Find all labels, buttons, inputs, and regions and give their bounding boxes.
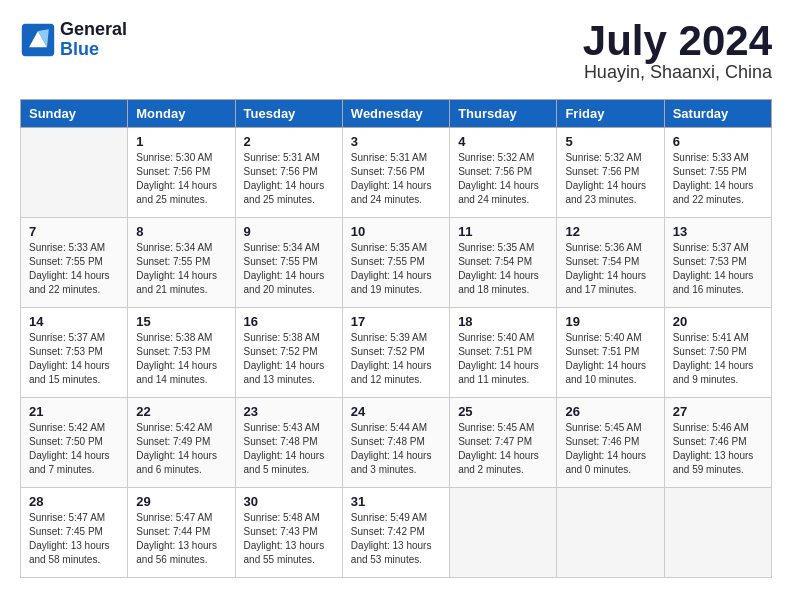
day-info: Sunrise: 5:44 AM Sunset: 7:48 PM Dayligh… [351,421,441,477]
day-number: 11 [458,224,548,239]
day-info: Sunrise: 5:31 AM Sunset: 7:56 PM Dayligh… [244,151,334,207]
table-row: 15Sunrise: 5:38 AM Sunset: 7:53 PM Dayli… [128,308,235,398]
day-number: 6 [673,134,763,149]
header-thursday: Thursday [450,100,557,128]
day-number: 30 [244,494,334,509]
day-info: Sunrise: 5:31 AM Sunset: 7:56 PM Dayligh… [351,151,441,207]
day-info: Sunrise: 5:38 AM Sunset: 7:53 PM Dayligh… [136,331,226,387]
table-row: 20Sunrise: 5:41 AM Sunset: 7:50 PM Dayli… [664,308,771,398]
table-row: 27Sunrise: 5:46 AM Sunset: 7:46 PM Dayli… [664,398,771,488]
day-info: Sunrise: 5:38 AM Sunset: 7:52 PM Dayligh… [244,331,334,387]
day-number: 18 [458,314,548,329]
day-number: 2 [244,134,334,149]
day-number: 7 [29,224,119,239]
day-info: Sunrise: 5:42 AM Sunset: 7:50 PM Dayligh… [29,421,119,477]
day-info: Sunrise: 5:33 AM Sunset: 7:55 PM Dayligh… [673,151,763,207]
day-number: 3 [351,134,441,149]
day-number: 29 [136,494,226,509]
day-number: 12 [565,224,655,239]
day-info: Sunrise: 5:42 AM Sunset: 7:49 PM Dayligh… [136,421,226,477]
calendar-week-row: 14Sunrise: 5:37 AM Sunset: 7:53 PM Dayli… [21,308,772,398]
day-number: 9 [244,224,334,239]
day-number: 27 [673,404,763,419]
day-info: Sunrise: 5:32 AM Sunset: 7:56 PM Dayligh… [458,151,548,207]
table-row: 16Sunrise: 5:38 AM Sunset: 7:52 PM Dayli… [235,308,342,398]
table-row: 6Sunrise: 5:33 AM Sunset: 7:55 PM Daylig… [664,128,771,218]
day-number: 23 [244,404,334,419]
table-row: 23Sunrise: 5:43 AM Sunset: 7:48 PM Dayli… [235,398,342,488]
table-row: 24Sunrise: 5:44 AM Sunset: 7:48 PM Dayli… [342,398,449,488]
logo: General Blue [20,20,127,60]
day-number: 17 [351,314,441,329]
location-title: Huayin, Shaanxi, China [583,62,772,83]
day-info: Sunrise: 5:33 AM Sunset: 7:55 PM Dayligh… [29,241,119,297]
header-sunday: Sunday [21,100,128,128]
day-info: Sunrise: 5:32 AM Sunset: 7:56 PM Dayligh… [565,151,655,207]
day-number: 21 [29,404,119,419]
day-info: Sunrise: 5:49 AM Sunset: 7:42 PM Dayligh… [351,511,441,567]
table-row: 22Sunrise: 5:42 AM Sunset: 7:49 PM Dayli… [128,398,235,488]
table-row: 14Sunrise: 5:37 AM Sunset: 7:53 PM Dayli… [21,308,128,398]
table-row: 1Sunrise: 5:30 AM Sunset: 7:56 PM Daylig… [128,128,235,218]
table-row: 31Sunrise: 5:49 AM Sunset: 7:42 PM Dayli… [342,488,449,578]
day-info: Sunrise: 5:34 AM Sunset: 7:55 PM Dayligh… [136,241,226,297]
table-row: 2Sunrise: 5:31 AM Sunset: 7:56 PM Daylig… [235,128,342,218]
day-info: Sunrise: 5:37 AM Sunset: 7:53 PM Dayligh… [673,241,763,297]
day-info: Sunrise: 5:45 AM Sunset: 7:46 PM Dayligh… [565,421,655,477]
day-number: 5 [565,134,655,149]
table-row: 29Sunrise: 5:47 AM Sunset: 7:44 PM Dayli… [128,488,235,578]
day-number: 26 [565,404,655,419]
logo-blue-text: Blue [60,40,127,60]
day-info: Sunrise: 5:40 AM Sunset: 7:51 PM Dayligh… [565,331,655,387]
day-info: Sunrise: 5:47 AM Sunset: 7:44 PM Dayligh… [136,511,226,567]
calendar-week-row: 28Sunrise: 5:47 AM Sunset: 7:45 PM Dayli… [21,488,772,578]
header-wednesday: Wednesday [342,100,449,128]
day-number: 14 [29,314,119,329]
table-row: 11Sunrise: 5:35 AM Sunset: 7:54 PM Dayli… [450,218,557,308]
page-header: General Blue July 2024 Huayin, Shaanxi, … [20,20,772,83]
table-row [557,488,664,578]
day-info: Sunrise: 5:35 AM Sunset: 7:54 PM Dayligh… [458,241,548,297]
calendar-week-row: 1Sunrise: 5:30 AM Sunset: 7:56 PM Daylig… [21,128,772,218]
day-number: 28 [29,494,119,509]
table-row: 12Sunrise: 5:36 AM Sunset: 7:54 PM Dayli… [557,218,664,308]
table-row: 18Sunrise: 5:40 AM Sunset: 7:51 PM Dayli… [450,308,557,398]
table-row: 9Sunrise: 5:34 AM Sunset: 7:55 PM Daylig… [235,218,342,308]
table-row: 8Sunrise: 5:34 AM Sunset: 7:55 PM Daylig… [128,218,235,308]
logo-general-text: General [60,20,127,40]
table-row: 26Sunrise: 5:45 AM Sunset: 7:46 PM Dayli… [557,398,664,488]
day-number: 25 [458,404,548,419]
day-info: Sunrise: 5:41 AM Sunset: 7:50 PM Dayligh… [673,331,763,387]
table-row: 5Sunrise: 5:32 AM Sunset: 7:56 PM Daylig… [557,128,664,218]
table-row [450,488,557,578]
day-number: 19 [565,314,655,329]
day-number: 10 [351,224,441,239]
calendar-header-row: Sunday Monday Tuesday Wednesday Thursday… [21,100,772,128]
day-info: Sunrise: 5:37 AM Sunset: 7:53 PM Dayligh… [29,331,119,387]
day-info: Sunrise: 5:34 AM Sunset: 7:55 PM Dayligh… [244,241,334,297]
logo-text: General Blue [60,20,127,60]
table-row: 30Sunrise: 5:48 AM Sunset: 7:43 PM Dayli… [235,488,342,578]
header-saturday: Saturday [664,100,771,128]
day-info: Sunrise: 5:47 AM Sunset: 7:45 PM Dayligh… [29,511,119,567]
table-row: 21Sunrise: 5:42 AM Sunset: 7:50 PM Dayli… [21,398,128,488]
title-area: July 2024 Huayin, Shaanxi, China [583,20,772,83]
day-number: 31 [351,494,441,509]
day-info: Sunrise: 5:45 AM Sunset: 7:47 PM Dayligh… [458,421,548,477]
day-number: 1 [136,134,226,149]
header-friday: Friday [557,100,664,128]
day-info: Sunrise: 5:46 AM Sunset: 7:46 PM Dayligh… [673,421,763,477]
header-monday: Monday [128,100,235,128]
table-row [21,128,128,218]
day-info: Sunrise: 5:36 AM Sunset: 7:54 PM Dayligh… [565,241,655,297]
day-number: 16 [244,314,334,329]
day-info: Sunrise: 5:39 AM Sunset: 7:52 PM Dayligh… [351,331,441,387]
day-number: 20 [673,314,763,329]
table-row: 17Sunrise: 5:39 AM Sunset: 7:52 PM Dayli… [342,308,449,398]
day-number: 13 [673,224,763,239]
logo-icon [20,22,56,58]
day-info: Sunrise: 5:48 AM Sunset: 7:43 PM Dayligh… [244,511,334,567]
day-number: 24 [351,404,441,419]
day-info: Sunrise: 5:40 AM Sunset: 7:51 PM Dayligh… [458,331,548,387]
day-number: 4 [458,134,548,149]
